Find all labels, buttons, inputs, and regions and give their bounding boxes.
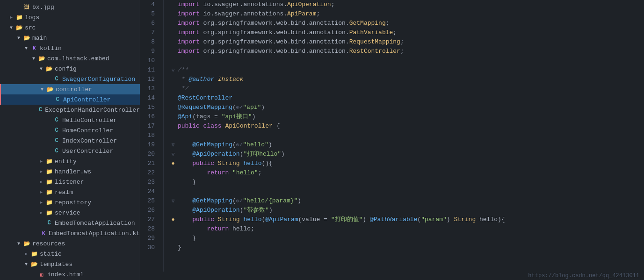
- semi-9: ;: [400, 47, 404, 56]
- type-4: ApiOperation: [287, 0, 331, 9]
- tree-item-index-controller[interactable]: C IndexController: [0, 136, 140, 146]
- arrow: ▼: [15, 36, 22, 41]
- paren-26a: (: [240, 206, 244, 215]
- tree-item-static[interactable]: ▶ 📁 static: [0, 249, 140, 259]
- tree-label: ExceptionHandlerController: [45, 107, 140, 114]
- tree-item-src[interactable]: ▼ 📂 src: [0, 22, 140, 33]
- tree-label: repository: [55, 199, 91, 206]
- paren-27a: (: [261, 215, 265, 224]
- tree-item-index-html[interactable]: ◧ index.html: [0, 269, 140, 280]
- tree-item-realm[interactable]: ▶ 📁 realm: [0, 187, 140, 197]
- semi-22: ;: [258, 168, 262, 178]
- arrow: ▼: [7, 25, 15, 30]
- code-line-8: import org.springframework.web.bind.anno…: [168, 37, 639, 47]
- tree-item-bxjpg[interactable]: 🖼 bx.jpg: [0, 2, 140, 12]
- ln-24: 24: [140, 187, 159, 196]
- code-line-5: import io.swagger.annotations.ApiParam;: [168, 9, 639, 19]
- ann-27a: @ApiParam: [265, 215, 298, 224]
- folder-icon: 📂: [22, 239, 31, 248]
- tree-item-com-lhstack[interactable]: ▼ 📂 com.lhstack.embed: [0, 53, 140, 64]
- tree-item-logs[interactable]: ▶ 📁 logs: [0, 12, 140, 22]
- tree-item-main[interactable]: ▼ 📂 main: [0, 33, 140, 43]
- class-icon: C: [52, 126, 61, 135]
- ln-15: 15: [140, 103, 159, 112]
- tree-item-embed-tomcat-kt[interactable]: K EmbedTomcatApplication.kt: [0, 228, 140, 238]
- brace-17: {: [273, 122, 280, 131]
- code-line-18: [168, 131, 639, 140]
- tree-item-templates[interactable]: ▼ 📂 templates: [0, 259, 140, 269]
- comment-12-prefix: *: [178, 75, 188, 84]
- annotation-14: @RestController: [178, 93, 232, 103]
- type-27b: String: [454, 215, 476, 224]
- tree-item-user-controller[interactable]: C UserController: [0, 146, 140, 156]
- ln-20: 20: [140, 150, 159, 159]
- gutter-21: ●: [168, 159, 178, 168]
- ln-16: 16: [140, 112, 159, 122]
- annotation-26: @ApiOperation: [192, 206, 239, 215]
- code-line-23: }: [168, 178, 639, 187]
- tree-item-repository[interactable]: ▶ 📁 repository: [0, 197, 140, 208]
- code-line-30: }: [168, 243, 639, 252]
- ln-22: 22: [140, 168, 159, 178]
- code-5: io.swagger.annotations.: [200, 9, 287, 19]
- str-25: "hello/{param}": [243, 196, 297, 206]
- tree-label: logs: [25, 14, 39, 21]
- arrow: ▼: [38, 87, 46, 92]
- code-line-14: @RestController: [168, 93, 639, 103]
- paren-25b: ): [297, 196, 301, 206]
- code-line-20: ▽ @ApiOperation("打印hello"): [168, 150, 639, 159]
- tree-item-exception-controller[interactable]: C ExceptionHandlerController: [0, 105, 140, 115]
- code-8: org.springframework.web.bind.annotation.: [200, 37, 349, 47]
- comment-tag-12: @author: [188, 75, 214, 84]
- annotation-20: @ApiOperation: [192, 150, 239, 159]
- ln-29: 29: [140, 234, 159, 243]
- tree-item-resources[interactable]: ▼ 📂 resources: [0, 238, 140, 249]
- code-line-24: [168, 187, 639, 196]
- tree-label: handler.ws: [55, 168, 91, 175]
- code-line-21: ● public String hello(){: [168, 159, 639, 168]
- tree-item-controller[interactable]: ▼ 📂 controller: [0, 84, 140, 94]
- file-tree[interactable]: 🖼 bx.jpg ▶ 📁 logs ▼ 📂 src ▼ 📂 main ▼ K k…: [0, 0, 140, 280]
- tree-item-entity[interactable]: ▶ 📁 entity: [0, 156, 140, 166]
- tree-item-handler-ws[interactable]: ▶ 📁 handler.ws: [0, 166, 140, 177]
- ln-30: 30: [140, 243, 159, 252]
- ann-27b: @PathVariable: [370, 215, 417, 224]
- class-icon: C: [52, 75, 61, 83]
- folder-icon: 📁: [45, 188, 53, 196]
- code-line-6: import org.springframework.web.bind.anno…: [168, 19, 639, 28]
- ln-17: 17: [140, 122, 159, 131]
- tree-item-config[interactable]: ▼ 📂 config: [0, 64, 140, 74]
- ln-12: 12: [140, 75, 159, 84]
- icon-15: ⊙: [236, 103, 239, 112]
- kw-21: public: [192, 159, 218, 168]
- kw-22: return: [207, 168, 229, 178]
- gutter-19: ▽: [168, 140, 178, 150]
- indent-23: }: [178, 178, 196, 187]
- tree-label: EmbedTomcatApplication: [55, 220, 135, 227]
- tree-item-kotlin[interactable]: ▼ K kotlin: [0, 43, 140, 53]
- indent-25: [178, 196, 192, 206]
- tree-item-embed-tomcat[interactable]: C EmbedTomcatApplication: [0, 218, 140, 228]
- tree-item-service[interactable]: ▶ 📁 service: [0, 208, 140, 218]
- paren-20b: ): [281, 150, 285, 159]
- code-line-15: @RequestMapping(⊙✓"api"): [168, 103, 639, 112]
- tree-item-listener[interactable]: ▶ 📁 listener: [0, 177, 140, 187]
- tree-item-home-controller[interactable]: C HomeController: [0, 125, 140, 136]
- str-19: "hello": [243, 140, 268, 150]
- ln-25: 25: [140, 196, 159, 206]
- arrow: ▶: [22, 251, 30, 257]
- tree-item-hello-controller[interactable]: C HelloController: [0, 115, 140, 125]
- semi-6: ;: [386, 19, 390, 28]
- ln-19: 19: [140, 140, 159, 150]
- ln-27: 27: [140, 215, 159, 224]
- tree-item-swagger-config[interactable]: C SwaggerConfiguration: [0, 74, 140, 84]
- tree-label: controller: [56, 86, 92, 93]
- tree-item-api-controller[interactable]: C ApiController: [0, 94, 140, 105]
- indent-29: }: [178, 234, 196, 243]
- watermark: https://blog.csdn.net/qq_42413011: [140, 272, 644, 280]
- code-line-12: * @author lhstack: [168, 75, 639, 84]
- paren-19b: ): [268, 140, 272, 150]
- str-15: "api": [243, 103, 261, 112]
- gutter-11: ▽: [168, 65, 178, 75]
- gutter-20: ▽: [168, 150, 178, 159]
